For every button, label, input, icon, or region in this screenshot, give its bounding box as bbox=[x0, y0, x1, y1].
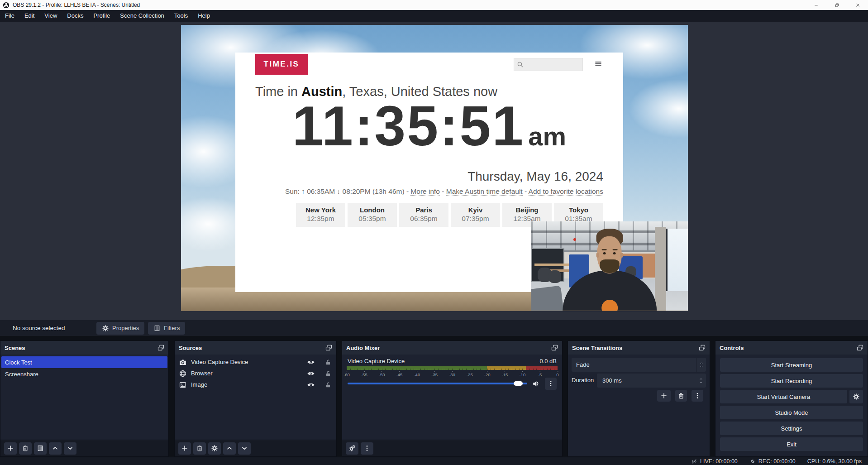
sources-dock: Sources Video Capture Device Browser Ima… bbox=[174, 340, 337, 457]
menu-docks[interactable]: Docks bbox=[62, 10, 88, 22]
scale-tick: -15 bbox=[502, 372, 508, 377]
popout-dock-icon[interactable] bbox=[157, 344, 165, 352]
clock-city: Tokyo bbox=[554, 206, 603, 214]
duration-spin-arrows[interactable] bbox=[696, 374, 706, 388]
add-scene-button[interactable] bbox=[4, 442, 17, 455]
transitions-title: Scene Transitions bbox=[572, 345, 622, 351]
mixer-channel-menu-button[interactable] bbox=[545, 378, 557, 390]
menu-scene-collection[interactable]: Scene Collection bbox=[115, 10, 169, 22]
meter-yellow-zone bbox=[487, 366, 526, 370]
world-clock-kyiv: Kyiv07:35pm bbox=[451, 203, 500, 227]
separator: - bbox=[405, 187, 411, 195]
camera-icon bbox=[179, 358, 187, 366]
scale-tick: -10 bbox=[519, 372, 525, 377]
scenes-title: Scenes bbox=[5, 345, 25, 351]
source-properties-button[interactable] bbox=[208, 442, 221, 455]
duration-label: Duration bbox=[572, 377, 594, 384]
unlock-icon[interactable] bbox=[324, 359, 332, 366]
transition-select[interactable]: Fade bbox=[572, 358, 706, 372]
separator: - bbox=[523, 187, 529, 195]
menu-help[interactable]: Help bbox=[193, 10, 215, 22]
advanced-audio-button[interactable] bbox=[346, 442, 358, 455]
move-scene-down-button[interactable] bbox=[64, 442, 76, 455]
menu-tools[interactable]: Tools bbox=[169, 10, 193, 22]
virtual-camera-row: Start Virtual Camera bbox=[720, 390, 863, 403]
popout-dock-icon[interactable] bbox=[856, 344, 864, 352]
visibility-eye-icon[interactable] bbox=[307, 381, 315, 389]
settings-button[interactable]: Settings bbox=[720, 422, 863, 435]
unlock-icon[interactable] bbox=[324, 381, 332, 388]
unlock-icon[interactable] bbox=[324, 370, 332, 377]
menu-view[interactable]: View bbox=[39, 10, 62, 22]
rec-status: REC: 00:00:00 bbox=[749, 458, 796, 465]
start-streaming-button[interactable]: Start Streaming bbox=[720, 358, 863, 372]
transition-properties-button[interactable] bbox=[692, 390, 703, 402]
scenes-list: Clock Test Screenshare bbox=[0, 355, 168, 380]
studio-mode-button[interactable]: Studio Mode bbox=[720, 406, 863, 419]
menu-file[interactable]: File bbox=[0, 10, 19, 22]
source-toolbar: No source selected Properties Filters bbox=[0, 320, 868, 336]
popout-dock-icon[interactable] bbox=[325, 344, 333, 352]
visibility-eye-icon[interactable] bbox=[307, 369, 315, 378]
visibility-eye-icon[interactable] bbox=[307, 358, 315, 366]
source-item-browser[interactable]: Browser bbox=[175, 368, 336, 379]
duration-value: 300 ms bbox=[597, 377, 696, 384]
add-source-button[interactable] bbox=[178, 442, 191, 455]
duration-spinbox[interactable]: 300 ms bbox=[597, 374, 706, 388]
properties-button[interactable]: Properties bbox=[96, 322, 144, 335]
trash-icon bbox=[677, 392, 685, 399]
start-virtual-camera-button[interactable]: Start Virtual Camera bbox=[720, 390, 847, 403]
maximize-button[interactable] bbox=[826, 0, 847, 10]
volume-slider-handle[interactable] bbox=[514, 381, 523, 386]
filters-label: Filters bbox=[164, 325, 180, 331]
remove-source-button[interactable] bbox=[193, 442, 206, 455]
scale-tick: -50 bbox=[379, 372, 385, 377]
source-status-text: No source selected bbox=[13, 325, 65, 331]
scene-item-clock-test[interactable]: Clock Test bbox=[1, 356, 167, 368]
menu-profile[interactable]: Profile bbox=[88, 10, 115, 22]
move-source-down-button[interactable] bbox=[238, 442, 251, 455]
sources-title: Sources bbox=[179, 345, 202, 351]
person-eye bbox=[603, 252, 606, 254]
cpu-fps-text: CPU: 0.6%, 30.00 fps bbox=[807, 458, 862, 465]
gear-icon bbox=[102, 325, 109, 332]
chevron-down-icon bbox=[699, 381, 703, 384]
mixer-menu-button[interactable] bbox=[361, 442, 373, 455]
desk bbox=[534, 264, 569, 266]
minimize-button[interactable] bbox=[806, 0, 826, 10]
window-title: OBS 29.1.2 - Profile: LLHLS BETA - Scene… bbox=[13, 2, 140, 8]
person-ear bbox=[620, 253, 623, 258]
source-item-video-capture[interactable]: Video Capture Device bbox=[175, 356, 336, 368]
audio-mixer-dock: Audio Mixer Video Capture Device 0.0 dB … bbox=[342, 340, 563, 457]
menu-edit[interactable]: Edit bbox=[19, 10, 39, 22]
person-face bbox=[597, 236, 622, 273]
gears-icon bbox=[348, 445, 356, 452]
filters-button[interactable]: Filters bbox=[148, 322, 185, 335]
start-recording-button[interactable]: Start Recording bbox=[720, 374, 863, 388]
move-source-up-button[interactable] bbox=[223, 442, 236, 455]
person-brow bbox=[602, 249, 607, 250]
virtual-camera-settings-button[interactable] bbox=[849, 390, 863, 403]
remove-scene-button[interactable] bbox=[19, 442, 32, 455]
mixer-channel-name: Video Capture Device bbox=[348, 358, 405, 364]
volume-slider[interactable] bbox=[348, 383, 527, 384]
source-item-image[interactable]: Image bbox=[175, 379, 336, 390]
filter-icon bbox=[153, 325, 161, 332]
transition-select-arrows[interactable] bbox=[696, 358, 706, 372]
remove-transition-button[interactable] bbox=[675, 390, 687, 402]
move-scene-up-button[interactable] bbox=[49, 442, 62, 455]
speaker-icon[interactable] bbox=[532, 379, 540, 388]
scene-item-screenshare[interactable]: Screenshare bbox=[0, 368, 168, 380]
foreground-chair bbox=[531, 285, 564, 311]
source-label: Image bbox=[191, 381, 303, 388]
office-window bbox=[666, 229, 688, 291]
popout-dock-icon[interactable] bbox=[551, 344, 558, 352]
scene-filters-button[interactable] bbox=[34, 442, 47, 455]
broadcast-inactive-icon bbox=[691, 458, 697, 465]
add-transition-button[interactable] bbox=[657, 390, 671, 402]
exit-button[interactable]: Exit bbox=[720, 437, 863, 451]
cloud bbox=[629, 79, 688, 138]
popout-dock-icon[interactable] bbox=[698, 344, 706, 352]
close-button[interactable] bbox=[847, 0, 868, 10]
preview-canvas[interactable]: TIME.IS Time in Austin, Texas, United St… bbox=[181, 25, 688, 311]
